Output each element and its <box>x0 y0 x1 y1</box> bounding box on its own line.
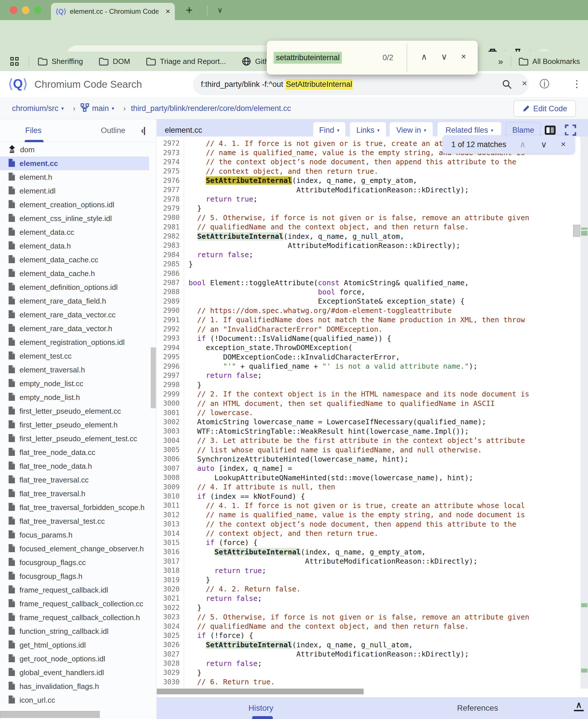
tab-close-icon[interactable]: × <box>166 7 170 16</box>
file-item[interactable]: flat_tree_traversal.cc <box>0 473 149 487</box>
line-number[interactable]: 2976 <box>157 177 184 185</box>
line-number[interactable]: 3031 <box>157 687 184 688</box>
file-item[interactable]: frame_request_callback_collection.h <box>0 611 149 624</box>
breadcrumb-path[interactable]: third_party/blink/renderer/core/dom/elem… <box>131 104 291 113</box>
line-number[interactable]: 3028 <box>157 659 184 667</box>
line-number[interactable]: 2978 <box>157 195 184 203</box>
file-item[interactable]: element_creation_options.idl <box>0 198 149 211</box>
line-number[interactable]: 3009 <box>157 483 184 491</box>
file-item[interactable]: focus_params.h <box>0 528 149 542</box>
line-number[interactable]: 3000 <box>157 399 184 407</box>
line-number[interactable]: 2983 <box>157 241 184 249</box>
breadcrumb-repo[interactable]: chromium/src <box>12 104 59 113</box>
file-item[interactable]: focusgroup_flags.h <box>0 569 149 583</box>
file-item[interactable]: function_string_callback.idl <box>0 624 149 638</box>
file-item[interactable]: get_root_node_options.idl <box>0 652 149 666</box>
line-number[interactable]: 2989 <box>157 297 184 305</box>
links-dropdown-button[interactable]: Links▾ <box>350 122 386 138</box>
breadcrumb-branch[interactable]: main <box>92 104 109 113</box>
line-number[interactable]: 2974 <box>157 158 184 166</box>
line-number[interactable]: 2993 <box>157 334 184 342</box>
file-item[interactable]: icon_url.cc <box>0 693 149 707</box>
sidebar-horizontal-scrollbar[interactable] <box>0 711 100 718</box>
line-number[interactable]: 2979 <box>157 204 184 212</box>
sidebar-vertical-scrollbar[interactable] <box>151 347 156 408</box>
file-item[interactable]: element_data_cache.cc <box>0 253 149 267</box>
file-item[interactable]: element_data.cc <box>0 225 149 239</box>
find-previous-icon[interactable]: ∧ <box>421 52 427 62</box>
code-horizontal-scrollbar[interactable] <box>157 689 364 694</box>
line-number[interactable]: 3012 <box>157 511 184 519</box>
line-number[interactable]: 2987 <box>157 279 184 287</box>
line-number[interactable]: 3010 <box>157 492 184 500</box>
collapse-sidebar-icon[interactable]: ‹| <box>141 126 145 135</box>
line-number[interactable]: 2982 <box>157 232 184 240</box>
maximize-window-button[interactable] <box>34 6 42 14</box>
file-item[interactable]: element_rare_data_vector.h <box>0 322 149 335</box>
file-item[interactable]: flat_tree_traversal_forbidden_scope.h <box>0 500 149 514</box>
file-item[interactable]: get_html_options.idl <box>0 638 149 652</box>
tab-references[interactable]: References <box>457 703 498 713</box>
file-item[interactable]: element.cc <box>0 157 149 170</box>
file-item[interactable]: element.idl <box>0 184 149 198</box>
codesearch-logo-icon[interactable]: ⟨Q⟩ <box>8 76 28 91</box>
close-match-bar-icon[interactable]: × <box>561 139 566 149</box>
line-number[interactable]: 2996 <box>157 362 184 370</box>
tab-search-chevron-icon[interactable]: ∨ <box>217 6 223 15</box>
file-item[interactable]: empty_node_list.cc <box>0 377 149 390</box>
file-item[interactable]: frame_request_callback_collection.cc <box>0 597 149 611</box>
find-query-input[interactable]: setattributeinternal <box>274 52 342 64</box>
file-item[interactable]: flat_tree_node_data.cc <box>0 446 149 459</box>
code-scrollbar-thumb[interactable] <box>573 225 580 237</box>
tab-files[interactable]: Files <box>25 126 42 135</box>
file-item[interactable]: element_test.cc <box>0 349 149 363</box>
line-number[interactable]: 3018 <box>157 567 184 575</box>
file-item[interactable]: element_registration_options.idl <box>0 335 149 349</box>
line-number[interactable]: 3019 <box>157 576 184 584</box>
repo-caret-icon[interactable]: ▾ <box>61 105 64 111</box>
browser-tab[interactable]: ⟨Q⟩ element.cc - Chromium Code × <box>51 3 175 20</box>
line-number[interactable]: 3002 <box>157 418 184 426</box>
line-number[interactable]: 3013 <box>157 520 184 528</box>
line-number[interactable]: 2999 <box>157 390 184 398</box>
line-number[interactable]: 3005 <box>157 446 184 454</box>
line-number[interactable]: 3015 <box>157 539 184 547</box>
codesearch-query-input[interactable]: f:third_party/blink -f:^out SetAttribute… <box>193 74 529 95</box>
next-match-icon[interactable]: ∨ <box>541 139 547 149</box>
file-item[interactable]: element.h <box>0 170 149 184</box>
line-number[interactable]: 2985 <box>157 260 184 268</box>
line-number[interactable]: 2984 <box>157 251 184 259</box>
line-number[interactable]: 2998 <box>157 381 184 389</box>
file-item[interactable]: element_rare_data_vector.cc <box>0 308 149 322</box>
code-viewer[interactable]: 2972 // 4. 1. If force is not given or i… <box>157 137 580 688</box>
tab-outline[interactable]: Outline <box>101 126 126 135</box>
edit-code-button[interactable]: Edit Code <box>513 100 576 117</box>
tab-history[interactable]: History <box>248 703 273 713</box>
file-item[interactable]: first_letter_pseudo_element_test.cc <box>0 432 149 446</box>
line-number[interactable]: 3007 <box>157 465 184 472</box>
previous-match-icon[interactable]: ∧ <box>520 139 526 149</box>
search-icon[interactable] <box>502 79 512 91</box>
bookmark-folder-dom[interactable]: DOM <box>99 57 130 66</box>
find-next-icon[interactable]: ∨ <box>441 52 447 62</box>
line-number[interactable]: 3021 <box>157 594 184 602</box>
line-number[interactable]: 2988 <box>157 288 184 296</box>
view-in-dropdown-button[interactable]: View in▾ <box>390 122 433 138</box>
line-number[interactable]: 3016 <box>157 548 184 556</box>
apps-grid-icon[interactable] <box>10 57 19 66</box>
file-item[interactable]: element_data.h <box>0 239 149 253</box>
line-number[interactable]: 2995 <box>157 353 184 361</box>
line-number[interactable]: 2991 <box>157 316 184 324</box>
line-number[interactable]: 2972 <box>157 139 184 147</box>
line-number[interactable]: 3006 <box>157 455 184 463</box>
line-number[interactable]: 3024 <box>157 622 184 631</box>
line-number[interactable]: 3022 <box>157 604 184 612</box>
new-tab-button[interactable]: + <box>186 3 193 17</box>
file-item[interactable]: first_letter_pseudo_element.cc <box>0 404 149 418</box>
close-window-button[interactable] <box>10 6 18 14</box>
line-number[interactable]: 3017 <box>157 557 184 565</box>
file-item[interactable]: has_invalidation_flags.h <box>0 679 149 693</box>
line-number[interactable]: 2977 <box>157 186 184 194</box>
line-number[interactable]: 2992 <box>157 325 184 333</box>
bookmark-folder-triage[interactable]: Triage and Report... <box>146 57 226 66</box>
